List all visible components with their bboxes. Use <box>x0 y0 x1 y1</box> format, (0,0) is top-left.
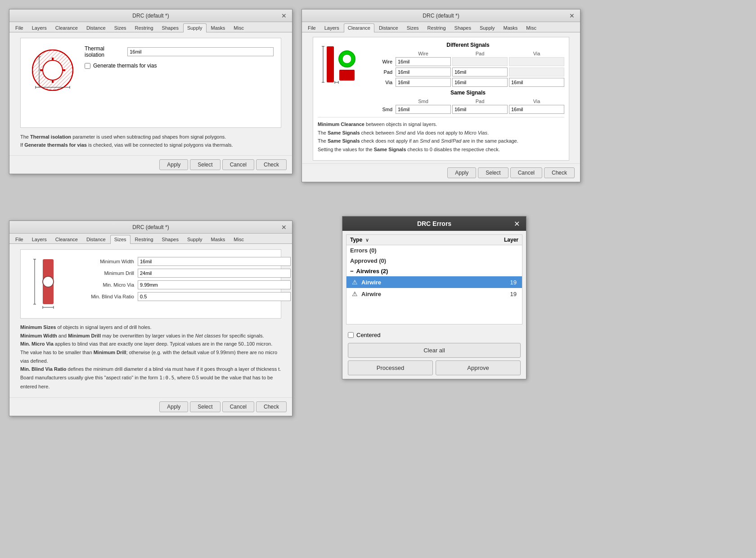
same-smd-via-input[interactable] <box>509 105 564 114</box>
same-smd-pad-input[interactable] <box>452 105 508 114</box>
supply-check-button[interactable]: Check <box>256 159 287 170</box>
clearance-cancel-button[interactable]: Cancel <box>510 167 542 178</box>
airwire-2-warn-icon: ⚠ <box>352 290 358 297</box>
tab-shapes-supply[interactable]: Shapes <box>158 23 183 32</box>
airwires-collapse-icon[interactable]: − <box>350 268 354 274</box>
drc-close-button[interactable]: ✕ <box>512 220 522 228</box>
tab-layers-sizes[interactable]: Layers <box>28 235 51 243</box>
tab-restring-clearance[interactable]: Restring <box>423 23 450 32</box>
min-drill-row: Minimum Drill <box>76 269 291 278</box>
tab-shapes-clearance[interactable]: Shapes <box>450 23 475 32</box>
tab-supply-clearance[interactable]: Supply <box>476 23 499 32</box>
min-micro-via-label: Min. Micro Via <box>76 282 134 288</box>
supply-tab-bar: File Layers Clearance Distance Sizes Res… <box>9 22 292 32</box>
generate-thermals-checkbox[interactable] <box>85 63 90 69</box>
sizes-tab-bar: File Layers Clearance Distance Sizes Res… <box>9 234 292 244</box>
tab-misc-supply[interactable]: Misc <box>230 23 248 32</box>
min-width-input[interactable] <box>138 257 291 266</box>
min-blind-ratio-input[interactable] <box>138 292 291 301</box>
tab-layers-clearance[interactable]: Layers <box>320 23 343 32</box>
tab-sizes-sizes[interactable]: Sizes <box>110 235 130 244</box>
tab-file-sizes[interactable]: File <box>11 235 27 243</box>
tab-masks-sizes[interactable]: Masks <box>207 235 230 243</box>
row-wire-label: Wire <box>372 59 394 64</box>
tab-supply-sizes[interactable]: Supply <box>183 235 207 243</box>
min-drill-input[interactable] <box>138 269 291 278</box>
clear-all-button[interactable]: Clear all <box>348 343 521 358</box>
diff-wire-wire-input[interactable] <box>396 57 451 66</box>
sizes-diagram <box>28 257 68 311</box>
tab-masks-clearance[interactable]: Masks <box>500 23 522 32</box>
tab-masks-supply[interactable]: Masks <box>207 23 230 32</box>
drc-col-type: Type ∨ <box>350 237 491 243</box>
same-signals-bold1: Same Signals <box>328 130 360 135</box>
tab-restring-supply[interactable]: Restring <box>131 23 158 32</box>
different-signals-title: Different Signals <box>372 42 564 48</box>
same-signals-bold3: Same Signals <box>374 147 406 152</box>
clearance-button-row: Apply Select Cancel Check <box>302 163 580 182</box>
sizes-apply-button[interactable]: Apply <box>159 401 188 412</box>
clearance-select-button[interactable]: Select <box>478 167 508 178</box>
tab-distance-clearance[interactable]: Distance <box>375 23 402 32</box>
sizes-cancel-button[interactable]: Cancel <box>222 401 254 412</box>
diff-pad-wire-input[interactable] <box>396 68 451 76</box>
drc-footer: Centered Clear all Processed Approve <box>342 328 526 379</box>
tab-misc-clearance[interactable]: Misc <box>522 23 540 32</box>
sizes-description: Minimum Sizes of objects in signal layer… <box>15 319 287 395</box>
generate-thermals-label: Generate thermals for vias <box>93 63 157 69</box>
drc-group-errors: Errors (0) <box>346 245 522 256</box>
sizes-check-button[interactable]: Check <box>256 401 287 412</box>
sizes-title: DRC (default *) <box>132 224 169 230</box>
tab-file-clearance[interactable]: File <box>304 23 320 32</box>
sizes-close-button[interactable]: ✕ <box>279 223 288 232</box>
same-smd-smd-input[interactable] <box>396 105 451 114</box>
diff-pad-pad-input[interactable] <box>452 68 508 76</box>
min-clearance-bold: Minimum Clearance <box>318 122 364 127</box>
tab-clearance-sizes[interactable]: Clearance <box>51 235 82 243</box>
min-micro-via-desc-bold: Min. Micro Via <box>20 341 54 346</box>
tab-sizes-clearance[interactable]: Sizes <box>403 23 423 32</box>
drc-airwire-1[interactable]: ⚠ Airwire 19 <box>346 276 522 288</box>
clearance-check-button[interactable]: Check <box>544 167 575 178</box>
tab-file-supply[interactable]: File <box>11 23 27 32</box>
clearance-apply-button[interactable]: Apply <box>447 167 476 178</box>
processed-button[interactable]: Processed <box>348 360 433 375</box>
tab-sizes-supply[interactable]: Sizes <box>110 23 130 32</box>
tab-distance-sizes[interactable]: Distance <box>82 235 110 243</box>
supply-description: The Thermal isolation parameter is used … <box>15 128 287 153</box>
supply-close-button[interactable]: ✕ <box>279 11 288 20</box>
approve-button[interactable]: Approve <box>436 360 521 375</box>
tab-shapes-sizes[interactable]: Shapes <box>158 235 183 243</box>
supply-cancel-button[interactable]: Cancel <box>222 159 254 170</box>
supply-desc2-post: is checked, vias will be connected to si… <box>87 142 233 148</box>
tab-misc-sizes[interactable]: Misc <box>230 235 248 243</box>
tab-supply-supply[interactable]: Supply <box>183 23 207 32</box>
tab-clearance-supply[interactable]: Clearance <box>51 23 82 32</box>
tab-layers-supply[interactable]: Layers <box>28 23 51 32</box>
drc-bottom-buttons: Clear all <box>348 343 521 358</box>
generate-bold: Generate thermals for vias <box>24 142 87 148</box>
centered-checkbox[interactable] <box>348 332 354 338</box>
clearance-tables: Different Signals Wire Pad Via Wire <box>372 42 564 115</box>
min-sizes-bold: Minimum Sizes <box>20 324 56 330</box>
diff-via-via-input[interactable] <box>509 78 564 87</box>
diff-via-pad-input[interactable] <box>452 78 508 87</box>
clearance-close-button[interactable]: ✕ <box>567 11 576 20</box>
tab-restring-sizes[interactable]: Restring <box>131 235 158 243</box>
min-micro-via-input[interactable] <box>138 280 291 289</box>
tab-distance-supply[interactable]: Distance <box>82 23 110 32</box>
diff-via-wire-input[interactable] <box>396 78 451 87</box>
supply-button-row: Apply Select Cancel Check <box>9 155 292 174</box>
drc-airwire-2[interactable]: ⚠ Airwire 19 <box>346 288 522 300</box>
thermal-isolation-input[interactable] <box>127 47 274 56</box>
airwire-2-label: Airwire <box>361 291 499 297</box>
supply-apply-button[interactable]: Apply <box>159 159 188 170</box>
airwire-1-label: Airwire <box>361 279 499 286</box>
thermal-bold: Thermal isolation <box>30 134 71 140</box>
clearance-tab-bar: File Layers Clearance Distance Sizes Res… <box>302 22 580 32</box>
clearance-panel: Different Signals Wire Pad Via Wire <box>313 37 569 161</box>
supply-select-button[interactable]: Select <box>190 159 220 170</box>
sizes-select-button[interactable]: Select <box>190 401 220 412</box>
tab-clearance-clearance[interactable]: Clearance <box>344 23 374 32</box>
thermal-isolation-row: Thermal isolation <box>85 45 274 58</box>
